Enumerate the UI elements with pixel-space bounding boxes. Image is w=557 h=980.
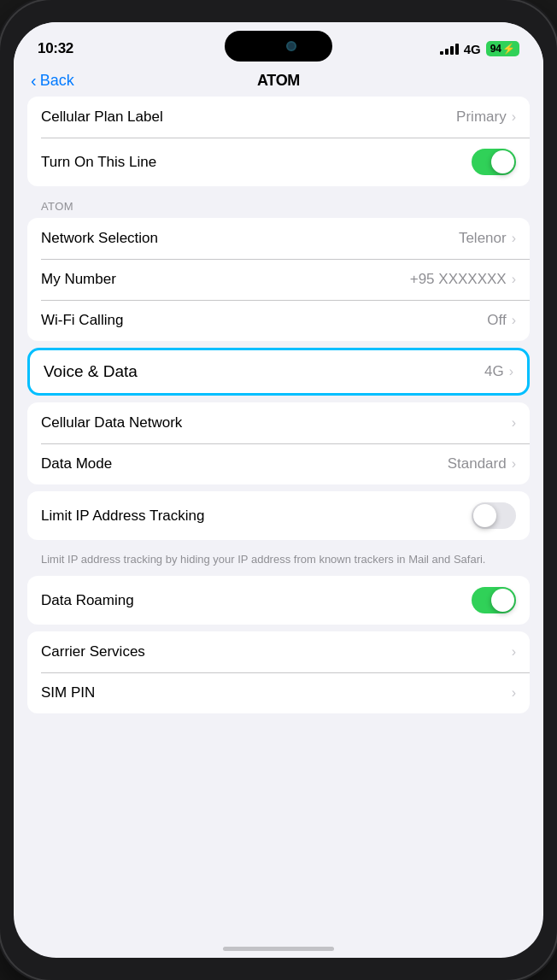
chevron-right-icon: › [512,644,516,660]
limit-ip-description: Limit IP address tracking by hiding your… [27,547,530,576]
voice-data-row[interactable]: Voice & Data 4G › [30,350,527,393]
cellular-plan-label-row[interactable]: Cellular Plan Label Primary › [27,97,530,138]
group-network: Network Selection Telenor › My Number +9… [27,218,530,341]
nav-bar: ‹ Back ATOM [14,65,543,97]
group-limit-ip: Limit IP Address Tracking [27,491,530,540]
sim-pin-row[interactable]: SIM PIN › [27,672,530,713]
sim-pin-value: › [512,685,516,701]
wifi-calling-row[interactable]: Wi-Fi Calling Off › [27,300,530,341]
my-number-label: My Number [41,271,116,288]
network-type: 4G [464,42,481,56]
toggle-knob [491,150,514,173]
turn-on-line-row[interactable]: Turn On This Line [27,138,530,186]
cellular-data-network-label: Cellular Data Network [41,414,182,431]
battery-badge: 94 ⚡ [486,41,519,56]
carrier-services-label: Carrier Services [41,643,145,660]
group-data: Cellular Data Network › Data Mode Standa… [27,402,530,484]
data-roaming-toggle[interactable] [472,587,516,613]
toggle-knob [473,504,496,527]
group-cellular-plan: Cellular Plan Label Primary › Turn On Th… [27,97,530,186]
group-data-roaming: Data Roaming [27,576,530,625]
chevron-right-icon: › [512,109,516,125]
atom-section-header: ATOM [27,193,530,218]
data-roaming-row[interactable]: Data Roaming [27,576,530,625]
cellular-data-network-row[interactable]: Cellular Data Network › [27,402,530,443]
data-roaming-label: Data Roaming [41,592,134,609]
chevron-right-icon: › [512,231,516,246]
my-number-row[interactable]: My Number +95 XXXXXXX › [27,259,530,300]
status-time: 10:32 [38,40,73,57]
chevron-right-icon: › [512,272,516,287]
turn-on-line-label: Turn On This Line [41,154,156,171]
status-right-icons: 4G 94 ⚡ [440,41,519,56]
voice-data-highlighted-row[interactable]: Voice & Data 4G › [27,348,530,396]
status-bar: 10:32 4G 94 ⚡ [14,22,543,65]
chevron-right-icon: › [512,313,516,328]
toggle-knob [491,589,514,612]
phone-frame: 10:32 4G 94 ⚡ ‹ [0,0,557,980]
voice-data-value: 4G › [484,363,513,380]
signal-bars [440,43,459,55]
back-label: Back [40,72,74,90]
limit-ip-toggle[interactable] [472,502,516,529]
chevron-right-icon: › [512,415,516,431]
camera-dot [286,41,296,51]
limit-ip-row[interactable]: Limit IP Address Tracking [27,491,530,540]
network-selection-value: Telenor › [459,230,516,247]
back-button[interactable]: ‹ Back [31,71,74,91]
back-chevron-icon: ‹ [31,71,37,91]
page-title: ATOM [257,72,300,90]
data-mode-label: Data Mode [41,455,112,472]
data-mode-value: Standard › [448,455,516,472]
carrier-services-value: › [512,644,516,660]
network-selection-label: Network Selection [41,230,158,247]
cellular-plan-label-text: Cellular Plan Label [41,109,163,126]
settings-content: Cellular Plan Label Primary › Turn On Th… [14,97,543,958]
limit-ip-label: Limit IP Address Tracking [41,508,205,525]
group-carrier: Carrier Services › SIM PIN › [27,631,530,713]
turn-on-line-toggle[interactable] [472,149,516,175]
chevron-right-icon: › [512,685,516,701]
wifi-calling-value: Off › [487,312,516,329]
dynamic-island [225,31,332,62]
carrier-services-row[interactable]: Carrier Services › [27,631,530,672]
chevron-right-icon: › [509,364,513,379]
my-number-value: +95 XXXXXXX › [410,271,516,288]
home-indicator [223,947,334,951]
phone-screen: 10:32 4G 94 ⚡ ‹ [14,22,543,958]
sim-pin-label: SIM PIN [41,684,95,701]
data-mode-row[interactable]: Data Mode Standard › [27,443,530,484]
chevron-right-icon: › [512,456,516,472]
cellular-plan-value: Primary › [456,109,516,126]
network-selection-row[interactable]: Network Selection Telenor › [27,218,530,259]
wifi-calling-label: Wi-Fi Calling [41,312,123,329]
voice-data-label: Voice & Data [44,362,138,381]
cellular-data-network-value: › [512,415,516,431]
